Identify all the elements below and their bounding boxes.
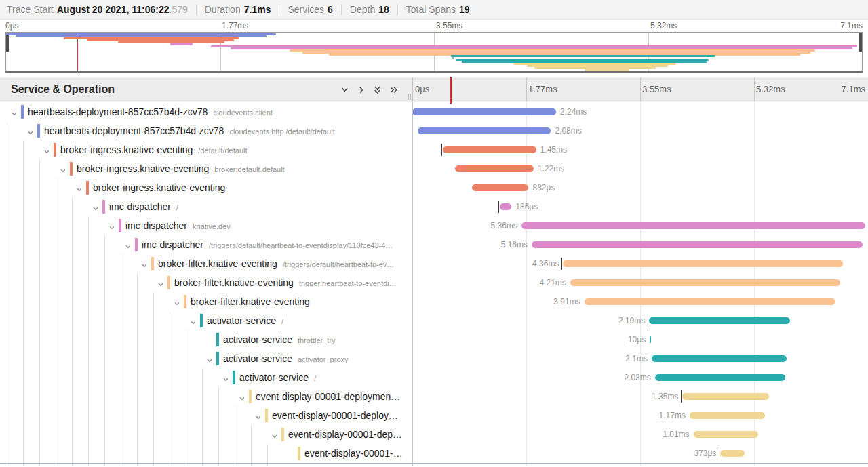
- chevron-down-icon[interactable]: [222, 374, 230, 386]
- span-duration-bar[interactable]: [521, 222, 865, 229]
- span-bar-cell[interactable]: 10μs: [412, 330, 868, 349]
- span-bar-cell[interactable]: 186μs: [412, 197, 868, 216]
- span-row[interactable]: broker-ingress.knative-eventing882μs: [0, 178, 868, 197]
- span-bar-cell[interactable]: 1.22ms: [412, 159, 868, 178]
- span-bar-cell[interactable]: 1.17ms: [412, 406, 868, 425]
- span-row[interactable]: broker-filter.knative-eventing/triggers/…: [0, 254, 868, 273]
- chevron-down-icon[interactable]: [173, 298, 181, 310]
- span-bar-cell[interactable]: 1.35ms: [412, 387, 868, 406]
- span-tree-cell[interactable]: activator-serviceactivator_proxy: [0, 349, 412, 368]
- span-bar-cell[interactable]: 2.19ms: [412, 311, 868, 330]
- span-duration-bar[interactable]: [694, 431, 759, 438]
- span-row[interactable]: activator-serviceactivator_proxy2.1ms: [0, 349, 868, 368]
- chevron-down-icon[interactable]: [254, 412, 262, 424]
- span-tree-cell[interactable]: broker-filter.knative-eventingtrigger:he…: [0, 273, 412, 292]
- span-duration-bar[interactable]: [443, 146, 536, 153]
- span-duration-bar[interactable]: [652, 355, 787, 362]
- span-duration-bar[interactable]: [472, 184, 528, 191]
- span-bar-cell[interactable]: 5.36ms: [412, 216, 868, 235]
- span-row[interactable]: imc-dispatcher/triggers/default/heartbea…: [0, 235, 868, 254]
- span-tree-cell[interactable]: imc-dispatcherknative.dev: [0, 216, 412, 235]
- span-row[interactable]: broker-ingress.knative-eventingbroker:de…: [0, 159, 868, 178]
- span-row[interactable]: event-display-00001-deploymen…1.35ms: [0, 387, 868, 406]
- span-tree-cell[interactable]: broker-filter.knative-eventing: [0, 292, 412, 311]
- span-duration-bar[interactable]: [570, 279, 840, 286]
- span-tree-cell[interactable]: activator-servicethrottler_try: [0, 330, 412, 349]
- chevron-down-icon[interactable]: [92, 203, 100, 216]
- span-bar-cell[interactable]: 882μs: [412, 178, 868, 197]
- span-duration-bar[interactable]: [455, 165, 533, 172]
- span-row[interactable]: event-display-00001-dep…1.01ms: [0, 425, 868, 444]
- chevron-down-icon[interactable]: [140, 260, 149, 272]
- span-bar-cell[interactable]: 373μs: [412, 444, 868, 463]
- span-tree-cell[interactable]: activator-service/: [0, 368, 412, 387]
- span-bar-cell[interactable]: 2.24ms: [412, 102, 868, 121]
- span-row[interactable]: activator-servicethrottler_try10μs: [0, 330, 868, 349]
- span-row[interactable]: heartbeats-deployment-857cc57b4d-zcv78cl…: [0, 121, 868, 140]
- span-tree-cell[interactable]: imc-dispatcher/triggers/default/heartbea…: [0, 235, 412, 254]
- span-row[interactable]: broker-ingress.knative-eventing/default/…: [0, 140, 868, 159]
- span-bar-cell[interactable]: 4.21ms: [412, 273, 868, 292]
- span-row[interactable]: activator-service/2.03ms: [0, 368, 868, 387]
- span-row[interactable]: event-display-00001-deploy…1.17ms: [0, 406, 868, 425]
- span-tree-cell[interactable]: imc-dispatcher/: [0, 197, 412, 216]
- span-bar-cell[interactable]: 2.1ms: [412, 349, 868, 368]
- chevron-down-icon[interactable]: [189, 317, 197, 329]
- span-bar-cell[interactable]: 2.08ms: [412, 121, 868, 140]
- minimap-canvas[interactable]: [5, 32, 863, 73]
- expand-one-icon[interactable]: [356, 85, 366, 95]
- span-row[interactable]: broker-filter.knative-eventing3.91ms: [0, 292, 868, 311]
- span-tree-cell[interactable]: heartbeats-deployment-857cc57b4d-zcv78cl…: [0, 121, 412, 140]
- chevron-down-icon[interactable]: [26, 127, 35, 140]
- span-duration-bar[interactable]: [720, 450, 744, 457]
- chevron-down-icon[interactable]: [59, 165, 67, 178]
- span-bar-cell[interactable]: 5.16ms: [412, 235, 868, 254]
- collapse-all-icon[interactable]: [372, 85, 382, 95]
- panel-divider[interactable]: [412, 77, 413, 466]
- span-duration-bar[interactable]: [655, 374, 785, 381]
- span-row[interactable]: broker-filter.knative-eventingtrigger:he…: [0, 273, 868, 292]
- span-tree-cell[interactable]: event-display-00001-deploymen…: [0, 387, 412, 406]
- span-row[interactable]: imc-dispatcher/186μs: [0, 197, 868, 216]
- span-tree-cell[interactable]: activator-service/: [0, 311, 412, 330]
- span-row[interactable]: event-display-00001-…373μs: [0, 444, 868, 463]
- expand-all-icon[interactable]: [389, 85, 399, 95]
- span-duration-bar[interactable]: [690, 412, 765, 419]
- span-duration-bar[interactable]: [418, 127, 551, 134]
- span-duration-bar[interactable]: [563, 260, 843, 267]
- chevron-down-icon[interactable]: [157, 279, 165, 291]
- span-bar-cell[interactable]: 1.45ms: [412, 140, 868, 159]
- chevron-down-icon[interactable]: [43, 146, 51, 159]
- span-duration-bar[interactable]: [412, 108, 556, 115]
- span-bar-cell[interactable]: 3.91ms: [412, 292, 868, 311]
- panel-resizer-grip[interactable]: [408, 94, 411, 100]
- span-duration-bar[interactable]: [649, 317, 789, 324]
- span-bar-cell[interactable]: 4.36ms: [412, 254, 868, 273]
- span-bar-cell[interactable]: 2.03ms: [412, 368, 868, 387]
- span-tree-cell[interactable]: broker-ingress.knative-eventingbroker:de…: [0, 159, 412, 178]
- span-tree-cell[interactable]: event-display-00001-…: [0, 444, 412, 463]
- chevron-down-icon[interactable]: [124, 241, 132, 253]
- span-row[interactable]: activator-service/2.19ms: [0, 311, 868, 330]
- span-row[interactable]: heartbeats-deployment-857cc57b4d-zcv78cl…: [0, 102, 868, 121]
- chevron-down-icon[interactable]: [238, 393, 246, 405]
- span-tree-cell[interactable]: event-display-00001-dep…: [0, 425, 412, 444]
- chevron-down-icon[interactable]: [108, 222, 116, 235]
- viewport-handle-left[interactable]: [6, 33, 9, 52]
- chevron-down-icon[interactable]: [205, 355, 214, 367]
- chevron-down-icon[interactable]: [10, 108, 18, 121]
- span-duration-bar[interactable]: [650, 336, 651, 343]
- span-duration-bar[interactable]: [682, 393, 769, 400]
- span-tree-cell[interactable]: broker-filter.knative-eventing/triggers/…: [0, 254, 412, 273]
- span-row[interactable]: imc-dispatcherknative.dev5.36ms: [0, 216, 868, 235]
- span-tree-cell[interactable]: event-display-00001-deploy…: [0, 406, 412, 425]
- collapse-one-icon[interactable]: [340, 85, 350, 95]
- chevron-down-icon[interactable]: [271, 431, 279, 443]
- span-bar-cell[interactable]: 1.01ms: [412, 425, 868, 444]
- viewport-handle-right[interactable]: [859, 33, 862, 52]
- span-tree-cell[interactable]: broker-ingress.knative-eventing: [0, 178, 412, 197]
- span-duration-bar[interactable]: [585, 298, 835, 305]
- span-duration-bar[interactable]: [532, 241, 863, 248]
- span-duration-bar[interactable]: [500, 203, 512, 210]
- span-tree-cell[interactable]: broker-ingress.knative-eventing/default/…: [0, 140, 412, 159]
